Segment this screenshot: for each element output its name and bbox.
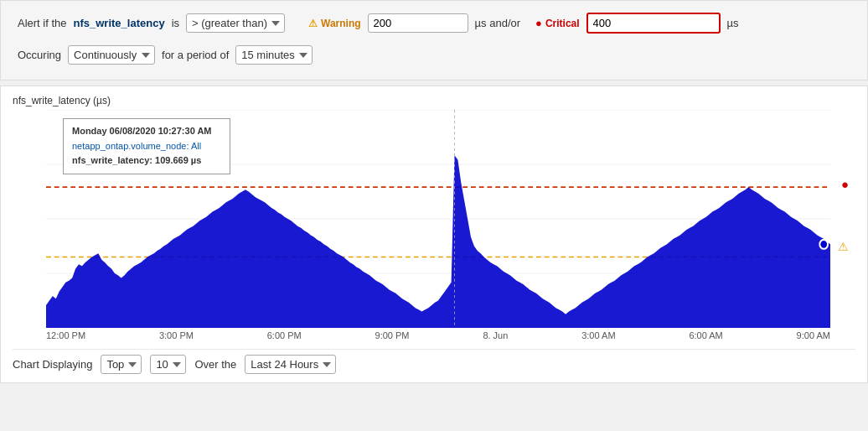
top-select[interactable]: Top [101, 355, 142, 374]
tooltip-node-value: All [191, 141, 201, 151]
x-label-600am: 6:00 AM [689, 330, 722, 340]
chart-bottom-bar: Chart Displaying Top 10 25 50 Over the L… [13, 349, 855, 374]
top-count-select[interactable]: 10 25 50 [150, 355, 186, 374]
warning-threshold-group: ⚠ Warning [308, 18, 361, 29]
x-label-600pm: 6:00 PM [267, 330, 302, 340]
tooltip-node: netapp_ontap.volume_node: All [72, 139, 221, 154]
x-axis: 12:00 PM 3:00 PM 6:00 PM 9:00 PM 8. Jun … [46, 330, 830, 340]
critical-label-text: Critical [545, 18, 580, 29]
warning-label-text: Warning [321, 18, 361, 29]
x-label-300am: 3:00 AM [581, 330, 615, 340]
metric-name: nfs_write_latency [74, 17, 165, 29]
occuring-label: Occuring [18, 49, 61, 61]
warning-icon: ⚠ [308, 18, 318, 29]
is-label: is [172, 17, 179, 29]
occuring-row: Occuring Continuously for a period of 15… [18, 45, 850, 65]
comparator-select[interactable]: > (greater than) [186, 13, 285, 33]
critical-threshold-icon: ● [841, 177, 849, 191]
chart-panel: nfs_write_latency (µs) 600 400 200 0 Mon… [0, 86, 868, 383]
critical-value-input[interactable]: 400 [586, 13, 721, 34]
warning-threshold-icon: ⚠ [838, 240, 849, 253]
tooltip-date: Monday 06/08/2020 10:27:30 AM [72, 124, 221, 139]
period-range-select[interactable]: Last 24 Hours Last 7 Days Last 30 Days [245, 355, 336, 374]
tooltip-metric-value: 109.669 µs [155, 155, 201, 165]
for-label: for a period of [162, 49, 229, 61]
alert-prefix: Alert if the [18, 17, 67, 29]
svg-marker-7 [46, 155, 830, 328]
tooltip-metric: nfs_write_latency: 109.669 µs [72, 153, 221, 169]
chart-title: nfs_write_latency (µs) [13, 95, 855, 106]
warning-label-group: ⚠ Warning [308, 18, 361, 29]
x-label-900am: 9:00 AM [797, 330, 830, 340]
critical-threshold-group: ● Critical [535, 17, 580, 29]
occuring-select[interactable]: Continuously [68, 45, 155, 65]
x-label-8jun: 8. Jun [483, 330, 508, 340]
x-label-300pm: 3:00 PM [159, 330, 194, 340]
chart-displaying-label: Chart Displaying [13, 358, 92, 371]
chart-area: Monday 06/08/2020 10:27:30 AM netapp_ont… [46, 110, 830, 328]
critical-label-group: ● Critical [535, 17, 580, 29]
x-label-900pm: 9:00 PM [375, 330, 410, 340]
alert-row: Alert if the nfs_write_latency is > (gre… [18, 13, 850, 34]
chart-tooltip: Monday 06/08/2020 10:27:30 AM netapp_ont… [63, 118, 230, 174]
warning-value-input[interactable]: 200 [368, 13, 468, 33]
data-point-dot [819, 240, 828, 249]
warning-unit: µs and/or [475, 17, 520, 29]
chart-container: 600 400 200 0 Monday 06/08/2020 10:27:30… [13, 110, 855, 340]
alert-config-panel: Alert if the nfs_write_latency is > (gre… [0, 0, 868, 80]
critical-unit: µs [727, 17, 739, 29]
x-label-1200pm: 12:00 PM [46, 330, 85, 340]
period-select[interactable]: 15 minutes [235, 45, 313, 65]
critical-icon: ● [535, 17, 542, 29]
over-the-label: Over the [194, 358, 236, 371]
